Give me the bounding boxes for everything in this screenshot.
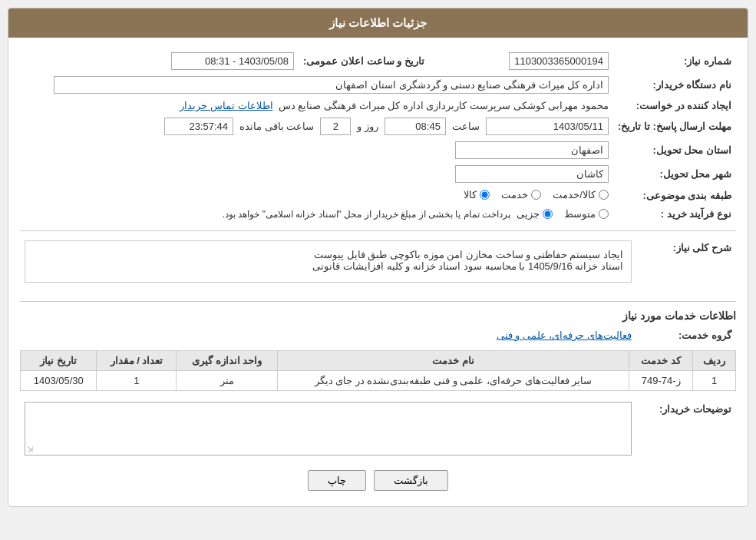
announce-value: 1403/05/08 - 08:31 xyxy=(171,52,294,70)
order-number-label: شماره نیاز: xyxy=(613,49,736,73)
response-date: 1403/05/11 xyxy=(486,118,609,135)
table-cell-0-2: سایر فعالیت‌های حرفه‌ای، علمی و فنی طبقه… xyxy=(277,371,629,391)
purchase-motevaset-label: متوسط xyxy=(564,208,596,220)
category-khadamat-radio[interactable] xyxy=(531,190,541,200)
service-table: ردیفکد خدمتنام خدمتواحد اندازه گیریتعداد… xyxy=(20,350,736,391)
creator-value: محمود مهرابی کوشکی سرپرست کاربردازی ادار… xyxy=(279,100,609,111)
purchase-jozii-option[interactable]: جزیی xyxy=(517,208,553,220)
description-value: ایجاد سیستم حفاظتی و ساخت مخازن امن موزه… xyxy=(33,249,623,272)
announce-label: تاریخ و ساعت اعلان عمومی: xyxy=(299,49,429,73)
purchase-jozii-label: جزیی xyxy=(517,208,540,220)
category-kala-radio[interactable] xyxy=(480,190,490,200)
table-cell-0-4: 1 xyxy=(97,371,177,391)
category-kala-label: کالا xyxy=(464,189,477,200)
category-khadamat-label: خدمت xyxy=(501,189,528,200)
resize-handle: ⇲ xyxy=(27,445,33,453)
print-button[interactable]: چاپ xyxy=(308,470,366,491)
category-kala-khadamat-option[interactable]: کالا/خدمت xyxy=(553,189,609,200)
response-time-label: ساعت xyxy=(452,121,480,132)
buyer-comments-box[interactable]: ⇲ xyxy=(25,402,632,456)
purchase-note: پرداخت تمام یا بخشی از مبلغ خریدار از مح… xyxy=(223,209,510,220)
city-label: شهر محل تحویل: xyxy=(613,162,736,186)
response-date-label: مهلت ارسال پاسخ: تا تاریخ: xyxy=(613,114,736,138)
divider-2 xyxy=(20,301,736,302)
table-cell-0-1: ز-74-749 xyxy=(629,371,693,391)
col-header-5: تاریخ نیاز xyxy=(21,351,97,371)
purchase-motevaset-radio[interactable] xyxy=(599,209,609,219)
page-title: جزئیات اطلاعات نیاز xyxy=(8,8,748,38)
buyer-comments-label: توضیحات خریدار: xyxy=(636,399,736,459)
col-header-1: کد خدمت xyxy=(629,351,693,371)
response-days: 2 xyxy=(320,118,351,135)
service-group-link[interactable]: فعالیت‌های حرفه‌ای، علمی و فنی xyxy=(497,330,632,341)
services-label: اطلاعات خدمات مورد نیاز xyxy=(20,310,736,322)
col-header-0: ردیف xyxy=(693,351,736,371)
creator-label: ایجاد کننده در خواست: xyxy=(613,97,736,114)
creator-link[interactable]: اطلاعات تماس خریدار xyxy=(180,100,272,111)
category-label: طبقه بندی موضوعی: xyxy=(613,186,736,205)
category-kala-khadamat-radio[interactable] xyxy=(599,190,609,200)
purchase-type-label: نوع فرآیند خرید : xyxy=(613,205,736,223)
divider-1 xyxy=(20,230,736,231)
back-button[interactable]: بازگشت xyxy=(374,470,448,491)
response-remaining-label: ساعت باقی مانده xyxy=(239,121,314,132)
org-name-value: اداره کل میراث فرهنگی صنایع دستی و گردشگ… xyxy=(54,76,609,94)
table-cell-0-5: 1403/05/30 xyxy=(21,371,97,391)
purchase-motevaset-option[interactable]: متوسط xyxy=(564,208,609,220)
order-number-value: 1103003365000194 xyxy=(509,52,609,70)
category-kala-khadamat-label: کالا/خدمت xyxy=(553,189,596,200)
table-cell-0-3: متر xyxy=(177,371,277,391)
col-header-3: واحد اندازه گیری xyxy=(177,351,277,371)
province-label: استان محل تحویل: xyxy=(613,138,736,162)
service-group-label: گروه خدمت: xyxy=(636,326,736,344)
category-khadamat-option[interactable]: خدمت xyxy=(501,189,541,200)
org-name-label: نام دستگاه خریدار: xyxy=(613,73,736,97)
city-value: کاشان xyxy=(455,165,609,183)
table-row: 1ز-74-749سایر فعالیت‌های حرفه‌ای، علمی و… xyxy=(21,371,736,391)
response-time: 08:45 xyxy=(385,118,446,135)
description-label: شرح کلی نیاز: xyxy=(636,237,736,293)
col-header-2: نام خدمت xyxy=(277,351,629,371)
purchase-jozii-radio[interactable] xyxy=(543,209,553,219)
response-days-label: روز و xyxy=(357,121,378,132)
button-bar: بازگشت چاپ xyxy=(20,470,736,491)
table-cell-0-0: 1 xyxy=(693,371,736,391)
category-kala-option[interactable]: کالا xyxy=(464,189,490,200)
response-remaining: 23:57:44 xyxy=(164,118,233,135)
col-header-4: تعداد / مقدار xyxy=(97,351,177,371)
province-value: اصفهان xyxy=(455,141,609,159)
